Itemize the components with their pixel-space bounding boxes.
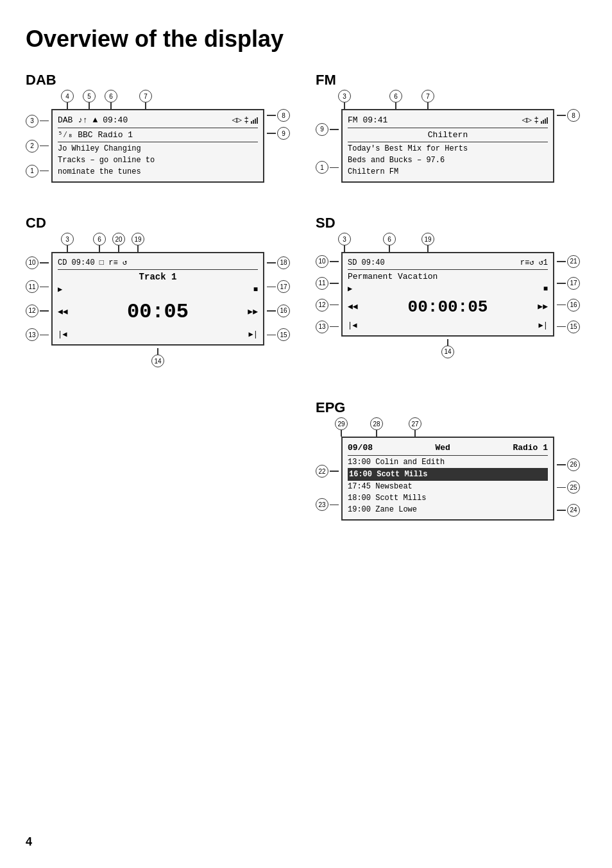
fm-callout-6: 6 (389, 90, 402, 103)
sd-callout-3: 3 (338, 233, 351, 246)
epg-callout-24: 24 (567, 504, 580, 517)
fm-callout-1: 1 (316, 161, 328, 174)
epg-row-3: 17:45 Newsbeat (348, 481, 548, 492)
sd-time: 00:00:05 (358, 295, 538, 320)
callout-6: 6 (105, 90, 117, 103)
fm-display: FM 09:41 ◁▷ ‡ Chiltern (341, 109, 554, 183)
callout-2: 2 (26, 140, 38, 153)
epg-callout-23: 23 (316, 498, 328, 511)
dab-text-3: nominate the tunes (58, 166, 258, 178)
dab-text-2: Tracks – go online to (58, 154, 258, 166)
sd-callout-17: 17 (567, 277, 580, 290)
callout-3: 3 (26, 115, 38, 128)
cd-controls-3: |◀ ▶| (58, 329, 258, 340)
epg-callout-29: 29 (335, 417, 348, 430)
callout-1: 1 (26, 165, 38, 178)
sd-callout-10: 10 (316, 255, 328, 268)
fm-callout-3: 3 (338, 90, 351, 103)
epg-row-1: 13:00 Colin and Edith (348, 456, 548, 468)
sd-label: SD (316, 215, 580, 231)
epg-row-5: 19:00 Zane Lowe (348, 504, 548, 515)
dab-label: DAB (26, 72, 290, 88)
sd-header-left: SD 09:40 (348, 257, 385, 269)
callout-8: 8 (277, 109, 290, 122)
cd-callout-15: 15 (277, 328, 290, 341)
cd-display: CD 09:40 □ r≡ ↺ Track 1 ▶ ■ ◀◀ 00:05 ▶▶ … (51, 252, 264, 346)
cd-callout-17: 17 (277, 280, 290, 293)
sd-controls-2: ◀◀ 00:00:05 ▶▶ (348, 295, 548, 320)
sd-callout-21: 21 (567, 255, 580, 268)
fm-row1-right: ◁▷ ‡ (522, 114, 548, 127)
epg-callout-22: 22 (316, 465, 328, 478)
epg-label: EPG (316, 399, 580, 416)
callout-5: 5 (83, 90, 96, 103)
dab-row1-right: ◁▷ ‡ (232, 114, 258, 127)
epg-callout-28: 28 (370, 417, 383, 430)
fm-text-3: Chiltern FM (348, 166, 548, 178)
epg-section: EPG 29 28 27 22 (316, 399, 580, 521)
cd-section: CD 3 6 20 19 10 (26, 215, 290, 367)
callout-9: 9 (277, 127, 290, 140)
callout-7: 7 (139, 90, 152, 103)
sd-controls-3: |◀ ▶| (348, 320, 548, 331)
cd-callout-12: 12 (26, 305, 38, 317)
epg-callout-27: 27 (409, 417, 421, 430)
sd-section: SD 3 6 19 10 (316, 215, 580, 367)
dab-section: DAB 4 5 6 7 3 (26, 72, 290, 183)
epg-row-4: 18:00 Scott Mills (348, 492, 548, 504)
epg-display: 09/08 Wed Radio 1 13:00 Colin and Edith … (341, 437, 554, 521)
sd-header-right: r≡↺ ↺1 (520, 257, 548, 269)
cd-label: CD (26, 215, 290, 231)
page-number: 4 (26, 835, 32, 849)
epg-row-2-highlighted: 16:00 Scott Mills (348, 468, 548, 481)
fm-callout-9: 9 (316, 123, 328, 136)
epg-callout-25: 25 (567, 481, 580, 494)
fm-text-2: Beds and Bucks – 97.6 (348, 154, 548, 166)
sd-track: Permanent Vacation (348, 271, 548, 283)
cd-header-left: CD 09:40 □ r≡ ↺ (58, 257, 127, 269)
dab-row1-left: DAB ♪↑ ▲ 09:40 (58, 114, 128, 127)
epg-header: 09/08 Wed Radio 1 (348, 442, 548, 455)
cd-callout-20: 20 (112, 233, 125, 246)
fm-section: FM 3 6 7 9 1 (316, 72, 580, 183)
sd-display: SD 09:40 r≡↺ ↺1 Permanent Vacation ▶ ■ ◀… (341, 252, 554, 337)
fm-station: Chiltern (348, 129, 548, 142)
fm-callout-7: 7 (421, 90, 434, 103)
sd-callout-14: 14 (441, 346, 454, 358)
fm-label: FM (316, 72, 580, 88)
fm-row1-left: FM 09:41 (348, 114, 387, 127)
cd-callout-16: 16 (277, 305, 290, 317)
sd-callout-13: 13 (316, 321, 328, 333)
sd-controls-1: ▶ ■ (348, 283, 548, 295)
sd-callout-15: 15 (567, 321, 580, 333)
cd-time: 00:05 (68, 297, 248, 328)
callout-4: 4 (61, 90, 74, 103)
cd-callout-14: 14 (151, 355, 164, 367)
sd-callout-16: 16 (567, 299, 580, 312)
epg-callout-26: 26 (567, 458, 580, 471)
dab-text-1: Jo Whiley Changing (58, 143, 258, 154)
sd-callout-11: 11 (316, 277, 328, 290)
dab-station: ⁵⁄₈ BBC Radio 1 (58, 129, 258, 142)
fm-text-1: Today's Best Mix for Herts (348, 143, 548, 154)
cd-callout-3: 3 (61, 233, 74, 246)
fm-callout-8: 8 (567, 109, 580, 122)
cd-callout-13: 13 (26, 328, 38, 341)
cd-callout-18: 18 (277, 256, 290, 269)
page-title: Overview of the display (26, 26, 580, 53)
cd-callout-6: 6 (93, 233, 106, 246)
sd-callout-6: 6 (383, 233, 396, 246)
sd-callout-12: 12 (316, 299, 328, 312)
cd-callout-10: 10 (26, 256, 38, 269)
cd-callout-11: 11 (26, 280, 38, 293)
dab-display: DAB ♪↑ ▲ 09:40 ◁▷ ‡ ⁵⁄₈ BBC Radio 1 (51, 109, 264, 183)
cd-controls-2: ◀◀ 00:05 ▶▶ (58, 296, 258, 329)
cd-track: Track 1 (58, 271, 258, 284)
cd-controls-1: ▶ ■ (58, 284, 258, 296)
cd-callout-19: 19 (132, 233, 144, 246)
sd-callout-19: 19 (421, 233, 434, 246)
